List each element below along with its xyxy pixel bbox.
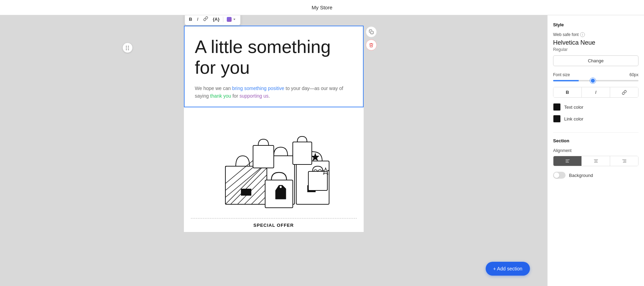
text-color-row: Text color — [553, 103, 638, 111]
right-panel: Style Web safe font i Helvetica Neue Reg… — [547, 15, 644, 286]
toolbar-bold-button[interactable]: B — [187, 15, 194, 23]
alignment-label: Alignment — [553, 148, 638, 153]
highlight-blue: bring something positive — [232, 86, 284, 91]
italic-format-button[interactable]: I — [582, 87, 610, 97]
canvas-area: B I {A} — [0, 15, 547, 286]
panel-divider — [553, 132, 638, 133]
text-color-label: Text color — [564, 105, 584, 110]
svg-rect-22 — [253, 145, 274, 168]
drag-handle-dots — [126, 46, 129, 50]
font-size-label: Font size — [553, 72, 570, 77]
svg-rect-13 — [241, 189, 251, 196]
image-block — [184, 107, 364, 218]
toolbar-variable-button[interactable]: {A} — [211, 15, 222, 23]
link-format-button[interactable] — [610, 87, 638, 97]
top-bar: My Store — [0, 0, 644, 15]
link-color-row: Link color — [553, 115, 638, 123]
background-toggle[interactable] — [553, 172, 566, 179]
toolbar-italic-button[interactable]: I — [195, 15, 200, 23]
delete-block-button[interactable] — [366, 39, 377, 51]
change-font-button[interactable]: Change — [553, 55, 638, 66]
highlight-green: thank you — [210, 93, 231, 99]
text-toolbar: B I {A} — [185, 15, 241, 25]
link-color-swatch[interactable] — [553, 115, 561, 123]
font-name: Helvetica Neue — [553, 39, 638, 46]
link-color-label: Link color — [564, 116, 584, 122]
align-left-button[interactable] — [553, 156, 582, 166]
web-safe-font-label: Web safe font i — [553, 32, 585, 37]
ai-icon — [227, 17, 232, 22]
drag-handle[interactable] — [123, 43, 132, 53]
store-title: My Store — [311, 5, 332, 10]
align-center-button[interactable] — [582, 156, 610, 166]
style-section-title: Style — [553, 22, 638, 27]
add-section-label: + Add section — [493, 266, 522, 271]
duplicate-block-button[interactable] — [366, 26, 377, 37]
svg-rect-23 — [293, 142, 312, 164]
bold-format-button[interactable]: B — [553, 87, 582, 97]
background-row: Background — [553, 172, 638, 179]
shopping-illustration — [205, 111, 343, 215]
format-row: B I — [553, 87, 638, 98]
svg-point-18 — [280, 186, 282, 188]
highlight-purple: supporting us — [240, 93, 269, 99]
toolbar-link-button[interactable] — [201, 15, 210, 24]
align-right-button[interactable] — [610, 156, 638, 166]
add-section-button[interactable]: + Add section — [486, 262, 530, 276]
text-heading[interactable]: A little something for you — [195, 37, 353, 78]
svg-rect-19 — [308, 171, 327, 190]
svg-marker-20 — [311, 153, 319, 161]
font-style: Regular — [553, 47, 638, 52]
font-size-slider[interactable] — [553, 80, 638, 81]
svg-rect-0 — [371, 31, 373, 34]
toolbar-ai-button[interactable] — [225, 16, 238, 23]
email-preview: B I {A} — [184, 26, 364, 232]
text-body: We hope we can bring something positive … — [195, 84, 353, 100]
text-block-actions — [366, 26, 377, 51]
font-label-row: Web safe font i — [553, 32, 638, 37]
font-size-row: Font size 60px — [553, 72, 638, 77]
section-title: Section — [553, 138, 638, 143]
info-icon[interactable]: i — [580, 32, 585, 37]
background-label: Background — [569, 173, 593, 178]
alignment-row — [553, 156, 638, 166]
text-color-swatch[interactable] — [553, 103, 561, 111]
toolbar-divider — [223, 17, 223, 22]
text-block: B I {A} — [184, 26, 364, 107]
main-layout: B I {A} — [0, 15, 644, 286]
font-size-value: 60px — [629, 72, 638, 77]
special-offer-label: SPECIAL OFFER — [184, 218, 364, 232]
